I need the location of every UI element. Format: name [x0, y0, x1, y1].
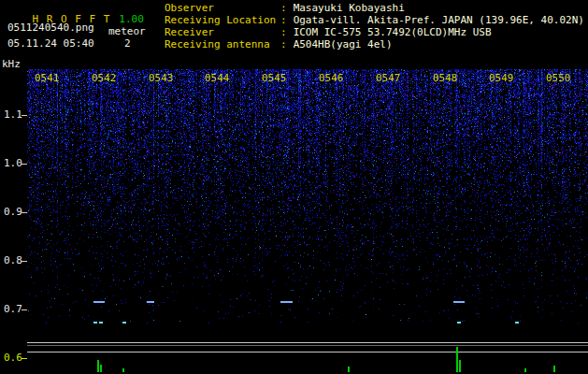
time-label: 0547 [376, 73, 401, 84]
time-label: 0549 [489, 73, 514, 84]
time-label: 0542 [92, 73, 117, 84]
freq-axis-unit: kHz [2, 59, 21, 70]
signal-spike [459, 360, 461, 372]
signal-spike [553, 366, 555, 372]
freq-label: 0.7 [4, 304, 22, 315]
time-label: 0548 [433, 73, 458, 84]
info-label: Receiver [165, 27, 280, 38]
time-label: 0550 [546, 73, 571, 84]
freq-label-bottom: 0.6 [4, 352, 22, 364]
meter-line [27, 342, 588, 343]
freq-tick [22, 261, 27, 262]
colon: : [280, 14, 287, 26]
info-value: A504HB(yagi 4el) [294, 38, 393, 50]
colon: : [280, 2, 287, 14]
colon: : [280, 26, 287, 38]
signal-spike [456, 347, 458, 372]
freq-label: 1.0 [4, 158, 22, 169]
freq-tick [22, 309, 27, 310]
meter-line [27, 345, 588, 346]
freq-tick [22, 358, 27, 359]
spectrogram-noise [27, 69, 588, 324]
timestamp: 05.11.24 05:40 [7, 38, 94, 50]
signal-spike [122, 368, 124, 372]
time-label: 0544 [205, 73, 230, 84]
time-label: 0541 [35, 73, 60, 84]
info-value: ICOM IC-575 53.7492(0LCD)MHz USB [294, 26, 492, 38]
info-row-antenna: Receiving antenna:A504HB(yagi 4el) [165, 39, 584, 51]
meteor-count: 2 [124, 38, 131, 50]
signal-spike [524, 368, 526, 372]
signal-spike [97, 360, 99, 372]
freq-tick [22, 212, 27, 213]
freq-tick [22, 115, 27, 116]
info-label: Observer [165, 3, 280, 14]
time-label: 0545 [262, 73, 287, 84]
signal-spike [100, 365, 102, 372]
freq-label: 1.1 [4, 109, 22, 121]
info-label: Receiving Location [165, 15, 280, 26]
time-label: 0543 [149, 73, 174, 84]
app-version: 1.00 [119, 13, 144, 25]
colon: : [280, 38, 287, 50]
freq-tick [22, 164, 27, 165]
info-label: Receiving antenna [165, 39, 280, 50]
mode-label: meteor [108, 26, 146, 37]
info-value: Masayuki Kobayashi [294, 2, 405, 14]
freq-label: 0.9 [4, 207, 22, 218]
output-filename: 0511240540.png [7, 22, 94, 34]
station-info: Observer:Masayuki Kobayashi Receiving Lo… [165, 3, 584, 51]
time-label: 0546 [319, 73, 344, 84]
info-value: Ogata-vill. Akita-Pref. JAPAN (139.96E, … [294, 14, 584, 26]
app-window: H R O F F T1.00 0511240540.png meteor 2 … [0, 0, 588, 374]
signal-spike [348, 367, 350, 372]
meter-line [27, 352, 588, 352]
freq-label: 0.8 [4, 255, 22, 266]
